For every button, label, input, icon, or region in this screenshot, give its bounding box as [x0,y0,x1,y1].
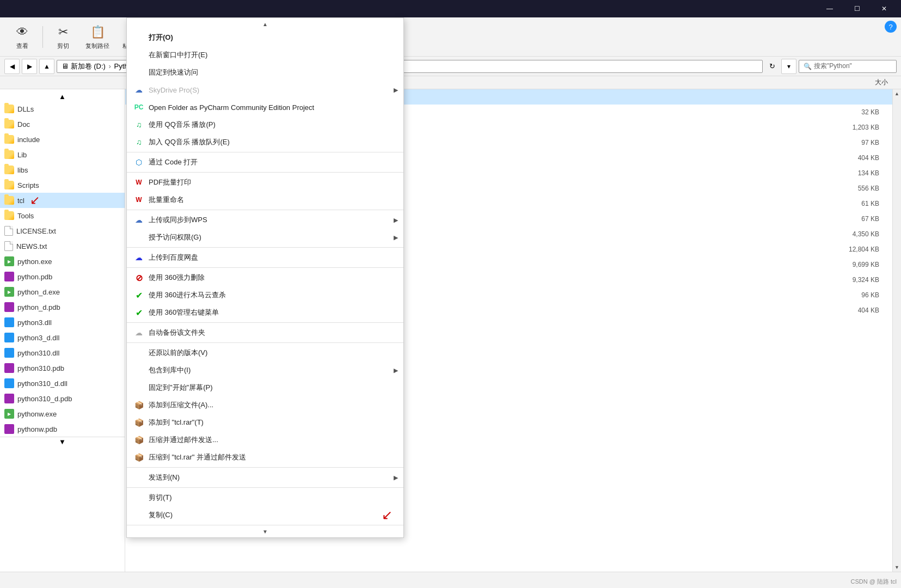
nav-item-dlls-label: DLLs [17,105,34,113]
nav-dropdown-btn[interactable]: ▾ [781,59,796,74]
ctx-360-scan[interactable]: ✔ 使用 360进行木马云查杀 [127,286,403,304]
ctx-pdf-print[interactable]: W PDF批量打印 [127,174,403,191]
nav-forward-btn[interactable]: ▶ [22,59,37,74]
ctx-compress-rar-email[interactable]: 📦 压缩到 "tcl.rar" 并通过邮件发送 [127,449,403,466]
help-button[interactable]: ? [885,21,897,33]
ctx-send-to-arrow: ▶ [394,474,398,481]
nav-item-python310-pdb[interactable]: python310.pdb [0,360,125,376]
nav-item-python-d-pdb[interactable]: python_d.pdb [0,299,125,315]
nav-item-news-label: NEWS.txt [16,242,47,250]
ctx-grant-access-label: 授予访问权限(G) [149,232,393,242]
vscode-icon: ⬡ [133,157,144,168]
nav-item-python3-d-dll[interactable]: python3_d.dll [0,330,125,345]
nav-item-python310-d-dll[interactable]: python310_d.dll [0,376,125,391]
ctx-auto-backup[interactable]: ☁ 自动备份该文件夹 [127,324,403,341]
folder-icon-libs [4,166,14,174]
col-size-header[interactable]: 大小 [871,78,901,87]
ctx-grant-access[interactable]: 授予访问权限(G) ▶ [127,229,403,246]
ctx-copy-label: 复制(C) [149,510,373,520]
nav-item-tools[interactable]: Tools [0,208,125,223]
nav-item-libs[interactable]: libs [0,162,125,177]
nav-item-python-d-exe-label: python_d.exe [17,288,60,296]
nav-item-lib[interactable]: Lib [0,147,125,162]
ctx-restore-version[interactable]: 还原以前的版本(V) [127,344,403,362]
toolbar-cut-label: 剪切 [57,42,69,50]
file-size-python310-dll: 4,350 KB [833,230,888,238]
nav-back-btn[interactable]: ◀ [4,59,20,74]
ctx-pin-start[interactable]: 固定到"开始"屏幕(P) [127,379,403,396]
ctx-send-to[interactable]: 发送到(N) ▶ [127,469,403,486]
ctx-send-to-label: 发送到(N) [149,473,393,482]
close-button[interactable]: ✕ [872,0,897,17]
ctx-scroll-up[interactable]: ▲ [127,19,403,29]
nav-item-pythonw-exe[interactable]: ▶ pythonw.exe [0,406,125,421]
pdb-icon-python310-d [4,394,14,403]
ctx-add-rar[interactable]: 📦 添加到 "tcl.rar"(T) [127,414,403,431]
nav-item-pythonw-pdb[interactable]: pythonw.pdb [0,421,125,437]
nav-item-python3-dll[interactable]: python3.dll [0,315,125,330]
ctx-vscode-label: 通过 Code 打开 [149,157,393,167]
nav-item-pythonw-pdb-label: pythonw.pdb [17,425,57,433]
ctx-vscode[interactable]: ⬡ 通过 Code 打开 [127,154,403,171]
ctx-baidu-upload[interactable]: ☁ 上传到百度网盘 [127,249,403,266]
ctx-compress-email[interactable]: 📦 压缩并通过邮件发送... [127,431,403,449]
copypath-icon: 📋 [89,24,106,41]
scroll-down-arrow[interactable]: ▼ [893,563,902,572]
maximize-button[interactable]: ☐ [844,0,869,17]
ctx-auto-backup-label: 自动备份该文件夹 [149,328,393,338]
file-size-python310-pdb: 12,804 KB [833,246,888,253]
ctx-360-manage[interactable]: ✔ 使用 360管理右键菜单 [127,304,403,321]
nav-item-tcl[interactable]: tcl ↙ [0,193,125,208]
ctx-qq-queue[interactable]: ♫ 加入 QQ音乐 播放队列(E) [127,133,403,151]
exe-icon-python: ▶ [4,256,14,266]
nav-item-license[interactable]: LICENSE.txt [0,223,125,238]
ctx-copy[interactable]: 复制(C) ↙ [127,506,403,524]
ctx-include-library-arrow: ▶ [394,367,398,374]
nav-item-python-pdb[interactable]: python.pdb [0,269,125,284]
minimize-button[interactable]: — [817,0,842,17]
ctx-wps-arrow: ▶ [394,217,398,224]
ctx-skydrive: ☁ SkyDrive Pro(S) ▶ [127,81,403,99]
ctx-pin-start-label: 固定到"开始"屏幕(P) [149,383,393,393]
toolbar-view-btn[interactable]: 👁 查看 [9,22,36,52]
ctx-scroll-down[interactable]: ▼ [127,526,403,536]
nav-item-dlls[interactable]: DLLs [0,101,125,117]
ctx-cut[interactable]: 剪切(T) [127,489,403,506]
ctx-grant-access-arrow: ▶ [394,234,398,241]
nav-item-python310-d-pdb[interactable]: python310_d.pdb [0,391,125,406]
ctx-open-new-window[interactable]: 在新窗口中打开(E) [127,46,403,64]
nav-item-news[interactable]: NEWS.txt [0,238,125,254]
ctx-360-manage-label: 使用 360管理右键菜单 [149,308,393,317]
nav-item-scripts[interactable]: Scripts [0,177,125,193]
nav-item-doc[interactable]: Doc [0,117,125,132]
toolbar-cut-btn[interactable]: ✂ 剪切 [50,22,77,52]
nav-up-btn[interactable]: ▲ [39,59,54,74]
nav-scroll-down[interactable]: ▼ [0,437,125,446]
ctx-pycharm[interactable]: PC Open Folder as PyCharm Community Edit… [127,99,403,116]
refresh-button[interactable]: ↻ [765,59,779,74]
file-icon-news [4,241,13,251]
scrollbar-right: ▲ ▼ [892,89,901,572]
scroll-up-arrow[interactable]: ▲ [893,89,902,98]
search-box[interactable]: 🔍 搜索"Python" [799,60,897,73]
nav-item-python310-dll-label: python310.dll [17,349,59,357]
ctx-qq-play[interactable]: ♫ 使用 QQ音乐 播放(P) [127,116,403,133]
nav-item-python-d-exe[interactable]: ▶ python_d.exe [0,284,125,299]
toolbar-copypath-btn[interactable]: 📋 复制路径 [81,22,114,52]
ctx-batch-rename[interactable]: W 批量重命名 [127,191,403,209]
zip-icon-add: 📦 [133,400,144,411]
nav-item-python310-d-dll-label: python310_d.dll [17,379,68,388]
ctx-include-library[interactable]: 包含到库中(I) ▶ [127,362,403,379]
ctx-open[interactable]: 打开(O) [127,29,403,46]
ctx-360-delete[interactable]: ⊘ 使用 360强力删除 [127,269,403,286]
nav-scroll-up[interactable]: ▲ [0,91,125,101]
nav-item-pythonw-exe-label: pythonw.exe [17,410,57,418]
ctx-wps-upload[interactable]: ☁ 上传或同步到WPS ▶ [127,211,403,229]
nav-item-include[interactable]: include [0,132,125,147]
nav-item-python-pdb-label: python.pdb [17,273,52,281]
ctx-pin-quick-access[interactable]: 固定到快速访问 [127,64,403,81]
nav-item-python-exe[interactable]: ▶ python.exe [0,254,125,269]
ctx-add-archive[interactable]: 📦 添加到压缩文件(A)... [127,396,403,414]
nav-item-python310-dll[interactable]: python310.dll [0,345,125,360]
ctx-qq-play-label: 使用 QQ音乐 播放(P) [149,120,393,130]
